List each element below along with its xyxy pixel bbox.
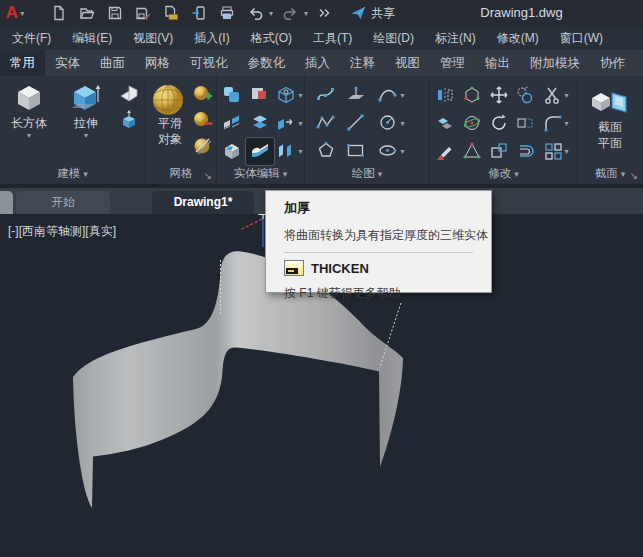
tab-manage[interactable]: 管理 — [430, 50, 475, 76]
slice-solid-icon[interactable] — [435, 113, 455, 133]
mesh-extra-tools — [190, 76, 216, 157]
thicken-icon[interactable] — [246, 138, 274, 165]
share-plane-icon — [350, 5, 367, 21]
tab-mesh[interactable]: 网格 — [135, 50, 180, 76]
extrude-button[interactable]: 拉伸 ▾ — [58, 76, 114, 140]
polysolid-icon[interactable] — [118, 83, 140, 105]
section-plane-icon — [588, 84, 632, 118]
stretch-icon[interactable] — [515, 113, 535, 133]
trim-icon[interactable]: ▾ — [543, 85, 568, 105]
menu-edit[interactable]: 编辑(E) — [72, 30, 112, 47]
subtract-icon[interactable] — [249, 84, 271, 106]
file-tab-start[interactable]: 开始 — [16, 191, 110, 214]
panel-label-modify[interactable]: 修改 ▾ — [430, 166, 577, 181]
mobile-transfer-icon[interactable] — [188, 3, 210, 23]
tab-view[interactable]: 视图 — [385, 50, 430, 76]
menu-insert[interactable]: 插入(I) — [194, 30, 229, 47]
rotate-icon[interactable] — [489, 113, 509, 133]
tab-home[interactable]: 常用 — [0, 50, 45, 76]
erase-icon[interactable] — [435, 141, 455, 161]
offset-icon[interactable] — [515, 141, 535, 161]
tab-parametric[interactable]: 参数化 — [238, 50, 296, 76]
section-plane-button[interactable]: 截面 平面 — [578, 76, 642, 150]
redo-dropdown-icon[interactable]: ▾ — [304, 9, 308, 18]
menu-modify[interactable]: 修改(M) — [497, 30, 539, 47]
ribbon: 长方体 ▾ 拉伸 ▾ — [0, 76, 643, 186]
circle-icon[interactable]: ▾ — [377, 112, 404, 134]
tab-surface[interactable]: 曲面 — [90, 50, 135, 76]
polygon-icon[interactable] — [315, 140, 337, 162]
rect-handle-icon[interactable] — [489, 141, 509, 161]
rotate-3d-icon[interactable] — [462, 113, 482, 133]
menu-tools[interactable]: 工具(T) — [313, 30, 352, 47]
panel-label-draw[interactable]: 绘图 ▾ — [305, 166, 429, 181]
fillet-icon[interactable]: ▾ — [543, 113, 568, 133]
tab-annotate[interactable]: 注释 — [340, 50, 385, 76]
redo-icon[interactable] — [279, 3, 301, 23]
mesh-no-smooth-icon[interactable] — [192, 135, 214, 157]
imprint-icon[interactable] — [221, 140, 243, 162]
more-chevrons-icon[interactable] — [314, 3, 336, 23]
arc-icon[interactable]: ▾ — [377, 84, 404, 106]
offset-edges-icon[interactable]: ▾ — [275, 140, 302, 162]
tooltip-divider — [284, 252, 473, 253]
save-as-icon[interactable] — [132, 3, 154, 23]
menu-window[interactable]: 窗口(W) — [560, 30, 603, 47]
undo-icon[interactable] — [244, 3, 266, 23]
box-icon — [12, 82, 46, 114]
app-menu-button[interactable]: A ▾ — [0, 1, 30, 25]
mirror-icon[interactable] — [435, 85, 455, 105]
menu-dimension[interactable]: 标注(N) — [435, 30, 476, 47]
panel-label-solid-editing[interactable]: 实体编辑 ▾ — [217, 166, 304, 181]
surface-patch-icon[interactable] — [345, 84, 367, 106]
presspull-icon[interactable] — [118, 109, 140, 131]
file-folder-icon[interactable] — [160, 3, 182, 23]
tab-collaborate[interactable]: 协作 — [590, 50, 635, 76]
extrude-faces-icon[interactable]: ▾ — [275, 112, 302, 134]
rectangle-icon[interactable] — [345, 140, 367, 162]
align-3d-icon[interactable] — [462, 85, 482, 105]
solid-edit-cube-icon[interactable]: ▾ — [275, 84, 302, 106]
mesh-refine-add-icon[interactable] — [192, 83, 214, 105]
undo-dropdown-icon[interactable]: ▾ — [269, 9, 273, 18]
scale-icon[interactable] — [462, 141, 482, 161]
panel-label-modeling[interactable]: 建模 ▾ — [0, 166, 145, 181]
tab-insert[interactable]: 插入 — [295, 50, 340, 76]
menu-view[interactable]: 视图(V) — [133, 30, 173, 47]
panel-label-section[interactable]: 截面 ▾ ↘ — [578, 166, 642, 181]
move-icon[interactable] — [489, 85, 509, 105]
save-icon[interactable] — [104, 3, 126, 23]
new-file-icon[interactable] — [48, 3, 70, 23]
slice-icon[interactable] — [221, 112, 243, 134]
menu-format[interactable]: 格式(O) — [251, 30, 292, 47]
tab-visualize[interactable]: 可视化 — [180, 50, 238, 76]
thicken-tooltip: 加厚 将曲面转换为具有指定厚度的三维实体 THICKEN 按 F1 键获得更多帮… — [265, 190, 492, 293]
tooltip-command: THICKEN — [311, 261, 369, 276]
line-icon[interactable] — [345, 112, 367, 134]
open-folder-icon[interactable] — [76, 3, 98, 23]
tab-addins[interactable]: 附加模块 — [520, 50, 590, 76]
panel-section: 截面 平面 截面 ▾ ↘ — [578, 76, 642, 184]
spline-icon[interactable] — [315, 84, 337, 106]
panel-label-mesh[interactable]: 网格↘ — [146, 166, 216, 181]
menu-file[interactable]: 文件(F) — [12, 30, 51, 47]
menu-draw[interactable]: 绘图(D) — [373, 30, 414, 47]
modeling-extra-tools — [114, 76, 144, 140]
copy-icon[interactable] — [515, 85, 535, 105]
mesh-refine-remove-icon[interactable] — [192, 109, 214, 131]
tooltip-title: 加厚 — [284, 199, 491, 217]
print-icon[interactable] — [216, 3, 238, 23]
array-icon[interactable]: ▾ — [543, 141, 568, 161]
polyline-icon[interactable] — [315, 112, 337, 134]
viewport-controls-label[interactable]: [-][西南等轴测][真实] — [8, 223, 116, 240]
separate-icon[interactable] — [249, 112, 271, 134]
tab-solid[interactable]: 实体 — [45, 50, 90, 76]
panel-modify: ▾ ▾ — [430, 76, 578, 184]
share-button[interactable]: 共享 — [350, 5, 395, 22]
ellipse-icon[interactable]: ▾ — [377, 140, 404, 162]
extrude-icon — [69, 82, 103, 114]
box-button[interactable]: 长方体 ▾ — [0, 76, 58, 140]
tab-output[interactable]: 输出 — [475, 50, 520, 76]
union-icon[interactable] — [221, 84, 243, 106]
file-tab-drawing1[interactable]: Drawing1* — [152, 191, 254, 214]
